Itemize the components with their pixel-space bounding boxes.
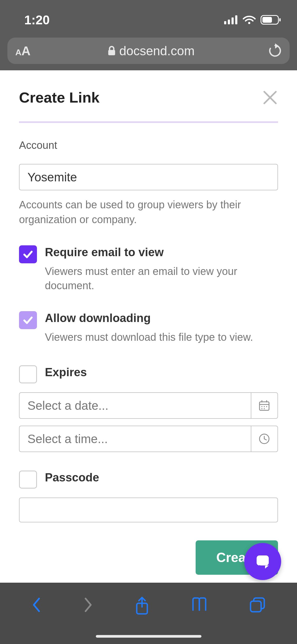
time-picker-button[interactable] xyxy=(251,426,278,452)
clock-icon xyxy=(258,433,270,445)
home-indicator[interactable] xyxy=(96,635,201,638)
forward-button[interactable] xyxy=(83,596,93,613)
svg-rect-0 xyxy=(224,21,226,24)
allow-downloading-desc: Viewers must download this file type to … xyxy=(45,330,278,344)
expires-checkbox[interactable] xyxy=(19,365,37,383)
wifi-icon xyxy=(243,15,256,25)
svg-point-19 xyxy=(264,408,265,409)
status-icons xyxy=(224,15,281,25)
allow-downloading-title: Allow downloading xyxy=(45,311,278,325)
expires-time-group: Select a time... xyxy=(19,426,278,452)
expires-title: Expires xyxy=(45,365,278,379)
battery-icon xyxy=(261,15,281,25)
option-expires: Expires xyxy=(19,365,278,383)
svg-point-15 xyxy=(261,406,262,407)
status-bar: 1:20 xyxy=(0,0,297,34)
accent-divider xyxy=(19,121,278,123)
close-button[interactable] xyxy=(262,90,278,105)
svg-rect-8 xyxy=(108,50,115,55)
require-email-checkbox[interactable] xyxy=(19,245,37,263)
modal-title: Create Link xyxy=(19,89,100,106)
option-require-email: Require email to view Viewers must enter… xyxy=(19,245,278,293)
svg-point-18 xyxy=(261,408,262,409)
modal-create-link: Create Link Account Yosemite Accounts ca… xyxy=(0,70,297,583)
require-email-desc: Viewers must enter an email to view your… xyxy=(45,264,278,293)
lock-icon xyxy=(108,46,116,56)
account-input[interactable]: Yosemite xyxy=(19,164,278,190)
text-size-icon[interactable]: AA xyxy=(15,44,31,58)
passcode-input[interactable] xyxy=(19,498,278,522)
expires-date-input[interactable]: Select a date... xyxy=(19,392,251,419)
reload-icon[interactable] xyxy=(268,43,282,58)
svg-rect-2 xyxy=(232,17,234,24)
account-help: Accounts can be used to group viewers by… xyxy=(19,197,278,227)
check-icon xyxy=(22,249,34,260)
svg-point-17 xyxy=(266,406,267,407)
account-label: Account xyxy=(19,139,278,151)
svg-rect-25 xyxy=(251,601,261,612)
svg-rect-3 xyxy=(235,15,237,24)
passcode-checkbox[interactable] xyxy=(19,471,37,489)
browser-toolbar-bottom xyxy=(0,583,297,644)
expires-time-input[interactable]: Select a time... xyxy=(19,426,251,452)
browser-chrome-top: 1:20 AA xyxy=(0,0,297,70)
back-button[interactable] xyxy=(31,596,42,613)
allow-downloading-checkbox[interactable] xyxy=(19,311,37,329)
share-button[interactable] xyxy=(135,596,149,615)
tabs-button[interactable] xyxy=(249,596,266,613)
status-time: 1:20 xyxy=(24,13,50,27)
svg-rect-1 xyxy=(228,20,230,24)
check-icon xyxy=(22,314,34,326)
bookmarks-button[interactable] xyxy=(191,596,208,612)
option-passcode: Passcode xyxy=(19,471,278,489)
url-bar[interactable]: AA docsend.com xyxy=(7,38,290,64)
svg-point-16 xyxy=(264,406,265,407)
svg-point-4 xyxy=(248,22,250,24)
option-allow-downloading: Allow downloading Viewers must download … xyxy=(19,311,278,344)
require-email-title: Require email to view xyxy=(45,245,278,259)
expires-time-placeholder: Select a time... xyxy=(27,432,108,446)
account-value: Yosemite xyxy=(27,170,77,184)
calendar-icon xyxy=(258,399,271,412)
chat-widget-button[interactable] xyxy=(244,543,281,580)
svg-rect-21 xyxy=(257,555,269,565)
date-picker-button[interactable] xyxy=(251,392,278,419)
passcode-title: Passcode xyxy=(45,471,278,485)
url-domain: docsend.com xyxy=(119,44,195,58)
expires-date-group: Select a date... xyxy=(19,392,278,419)
svg-rect-6 xyxy=(262,17,272,23)
svg-rect-7 xyxy=(279,18,281,21)
chat-icon xyxy=(253,552,272,571)
cellular-icon xyxy=(224,15,238,24)
expires-date-placeholder: Select a date... xyxy=(27,398,109,413)
